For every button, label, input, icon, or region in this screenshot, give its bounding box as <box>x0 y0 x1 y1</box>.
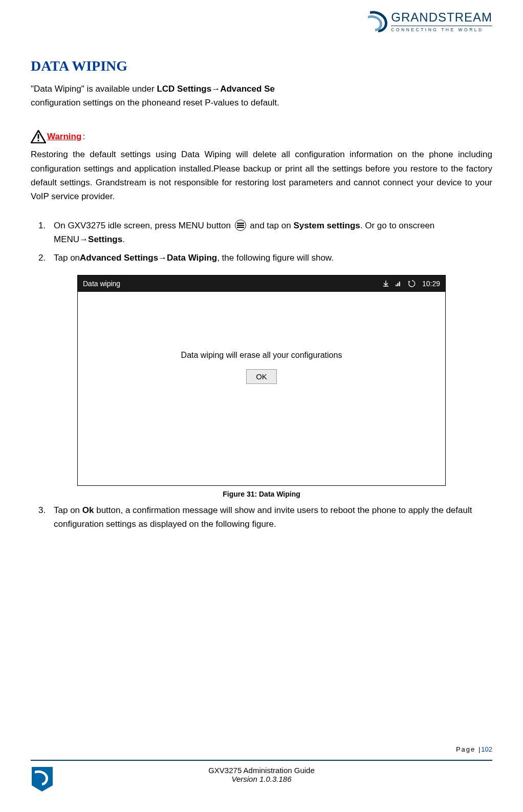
figure-wrap: Data wiping 10:29 Data wiping will erase… <box>77 275 446 498</box>
svg-rect-0 <box>38 134 39 139</box>
step-number: 1. <box>38 219 54 232</box>
warning-text: Restoring the default settings using Dat… <box>31 147 492 203</box>
figure-body: Data wiping will erase all your configur… <box>78 292 445 485</box>
warning-block: Warning: Restoring the default settings … <box>31 130 492 203</box>
footer-page: Page |102 <box>456 745 492 753</box>
signal-icon <box>396 280 402 287</box>
footer-guide-version: Version 1.0.3.186 <box>54 775 469 783</box>
step2-bold2: Data Wiping <box>167 253 217 263</box>
figure-statusbar-right: 10:29 <box>382 280 440 288</box>
page-header: GRANDSTREAM CONNECTING THE WORLD <box>31 10 492 32</box>
figure-statusbar: Data wiping 10:29 <box>78 275 445 292</box>
step-list-2: 3.Tap on Ok button, a confirmation messa… <box>31 503 492 531</box>
step3-text2: button, a confirmation message will show… <box>54 505 472 529</box>
download-icon <box>382 280 389 287</box>
svg-rect-6 <box>396 285 397 286</box>
intro-bold-2: Advanced Se <box>220 84 275 94</box>
figure-statusbar-time: 10:29 <box>422 280 440 288</box>
step-3: 3.Tap on Ok button, a confirmation messa… <box>31 503 492 531</box>
arrow-icon: → <box>211 84 220 94</box>
warning-label: Warning <box>47 132 81 142</box>
step2-text1: Tap on <box>54 253 80 263</box>
page-footer: Page |102 GXV3275 Administration Guide V… <box>31 760 492 792</box>
footer-page-label: Page | <box>456 745 481 753</box>
figure-message: Data wiping will erase all your configur… <box>181 351 342 360</box>
step-2: 2.Tap onAdvanced Settings→Data Wiping, t… <box>31 251 492 265</box>
warning-colon: : <box>82 132 85 142</box>
step1-text4: . <box>122 234 125 244</box>
svg-rect-8 <box>399 282 400 286</box>
arrow-icon: → <box>79 234 88 244</box>
section-title: DATA WIPING <box>31 58 492 74</box>
intro-text-1: "Data Wiping" is available under <box>31 84 157 94</box>
footer-content: GXV3275 Administration Guide Version 1.0… <box>31 766 492 792</box>
svg-rect-7 <box>397 283 398 286</box>
warning-triangle-icon <box>31 130 46 143</box>
step-number: 3. <box>38 503 54 517</box>
step2-text2: , the following figure will show. <box>217 253 334 263</box>
footer-center: GXV3275 Administration Guide Version 1.0… <box>54 766 469 783</box>
step-list: 1.On GXV3275 idle screen, press MENU but… <box>31 219 492 265</box>
step-1: 1.On GXV3275 idle screen, press MENU but… <box>31 219 492 246</box>
arrow-icon: → <box>158 253 167 263</box>
svg-rect-1 <box>38 140 39 141</box>
step1-text2: and tap on <box>248 221 294 230</box>
step3-text1: Tap on <box>54 505 82 515</box>
brand-name: GRANDSTREAM <box>391 10 492 25</box>
figure-screenshot: Data wiping 10:29 Data wiping will erase… <box>77 275 446 486</box>
step1-bold1: System settings <box>293 221 360 230</box>
step2-bold1: Advanced Settings <box>80 253 158 263</box>
warning-header: Warning: <box>31 130 492 143</box>
figure-caption: Figure 31: Data Wiping <box>77 490 446 498</box>
brand-logo-text: GRANDSTREAM CONNECTING THE WORLD <box>391 10 492 32</box>
step3-bold1: Ok <box>82 505 94 515</box>
figure-statusbar-title: Data wiping <box>83 280 120 288</box>
figure-ok-button[interactable]: OK <box>246 369 277 384</box>
step-number: 2. <box>38 251 54 265</box>
footer-page-number: 102 <box>481 745 492 753</box>
brand-logo: GRANDSTREAM CONNECTING THE WORLD <box>368 10 492 32</box>
intro-paragraph: "Data Wiping" is available under LCD Set… <box>31 82 492 110</box>
footer-logo-icon <box>31 766 54 792</box>
brand-tagline: CONNECTING THE WORLD <box>391 26 492 32</box>
step1-text1: On GXV3275 idle screen, press MENU butto… <box>54 221 233 230</box>
step1-bold2: Settings <box>88 234 122 244</box>
intro-bold-1: LCD Settings <box>157 84 211 94</box>
refresh-icon <box>408 280 416 288</box>
intro-text-2: configuration settings on the phoneand r… <box>31 98 279 108</box>
menu-hamburger-icon <box>233 220 248 231</box>
grandstream-logo-icon <box>368 11 388 32</box>
footer-divider <box>31 760 492 761</box>
footer-guide-title: GXV3275 Administration Guide <box>54 766 469 775</box>
